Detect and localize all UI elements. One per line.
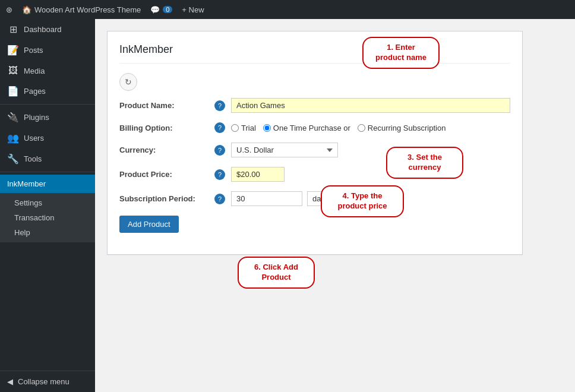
- sidebar-item-label: Media: [24, 67, 45, 75]
- inkmember-link-settings[interactable]: Settings: [0, 195, 95, 210]
- billing-onetime-option[interactable]: One Time Purchase or: [263, 124, 350, 132]
- sidebar-item-media[interactable]: 🖼 Media: [0, 61, 95, 81]
- product-name-control: [231, 98, 510, 113]
- comments-link[interactable]: 💬 0: [150, 5, 172, 14]
- sidebar-item-label: Posts: [24, 46, 43, 55]
- wp-logo-icon: ⊛: [6, 5, 12, 14]
- product-price-control: [231, 167, 510, 182]
- currency-help-icon[interactable]: ?: [214, 145, 225, 156]
- inkmember-link-transaction[interactable]: Transaction: [0, 210, 95, 225]
- new-label: + New: [182, 5, 204, 14]
- billing-recurring-radio[interactable]: [358, 124, 365, 132]
- add-product-label: Add Product: [128, 220, 170, 229]
- inkmember-section: InkMember Settings Transaction Help: [0, 175, 95, 242]
- media-icon: 🖼: [7, 65, 19, 76]
- card-title: InkMember: [119, 43, 510, 64]
- product-price-row: Product Price: ?: [119, 167, 510, 182]
- billing-recurring-option[interactable]: Recurring Subscription: [358, 124, 446, 132]
- settings-link-label: Settings: [14, 198, 42, 207]
- callout-6: 6. Click AddProduct: [238, 257, 315, 289]
- sidebar-separator-2: [0, 172, 95, 172]
- tools-icon: 🔧: [7, 153, 19, 165]
- inkmember-links: Settings Transaction Help: [0, 193, 95, 242]
- inkmember-link-help[interactable]: Help: [0, 225, 95, 240]
- subscription-period-input[interactable]: [231, 191, 302, 206]
- subscription-period-unit-select[interactable]: day(s) week(s) month(s) year(s): [307, 191, 390, 206]
- subscription-period-help-icon[interactable]: ?: [214, 194, 225, 204]
- collapse-menu-button[interactable]: ◀ Collapse menu: [0, 371, 95, 392]
- inkmember-card: InkMember ↻ Product Name: ? Billing Opti…: [107, 31, 523, 255]
- billing-onetime-radio[interactable]: [263, 124, 271, 132]
- currency-select[interactable]: U.S. Dollar Euro British Pound Canadian …: [231, 143, 338, 157]
- sidebar-item-label: Users: [24, 134, 44, 143]
- product-name-label: Product Name:: [119, 101, 208, 110]
- sidebar-item-dashboard[interactable]: ⊞ Dashboard: [0, 19, 95, 40]
- billing-recurring-label: Recurring Subscription: [368, 124, 446, 132]
- transaction-link-label: Transaction: [14, 213, 54, 222]
- posts-icon: 📝: [7, 45, 19, 56]
- billing-onetime-label: One Time Purchase or: [273, 124, 350, 132]
- add-product-row: Add Product: [119, 216, 510, 233]
- billing-trial-option[interactable]: Trial: [231, 124, 256, 132]
- billing-trial-radio[interactable]: [231, 124, 239, 132]
- billing-trial-label: Trial: [241, 124, 256, 132]
- product-price-input[interactable]: [231, 167, 285, 182]
- product-name-help-icon[interactable]: ?: [214, 100, 225, 111]
- sidebar-separator: [0, 104, 95, 105]
- new-content-button[interactable]: + New: [182, 5, 204, 14]
- plugins-icon: 🔌: [7, 112, 19, 123]
- content-area: InkMember ↻ Product Name: ? Billing Opti…: [95, 19, 575, 392]
- billing-option-row: Billing Option: ? Trial One Time Purchas…: [119, 122, 510, 133]
- sidebar-item-posts[interactable]: 📝 Posts: [0, 40, 95, 61]
- sidebar: ⊞ Dashboard 📝 Posts 🖼 Media 📄 Pages 🔌 Pl…: [0, 19, 95, 392]
- collapse-menu-label: Collapse menu: [18, 377, 69, 386]
- subscription-period-control: day(s) week(s) month(s) year(s): [231, 191, 510, 206]
- sidebar-item-tools[interactable]: 🔧 Tools: [0, 148, 95, 169]
- sidebar-item-users[interactable]: 👥 Users: [0, 128, 95, 148]
- billing-option-help-icon[interactable]: ?: [214, 122, 225, 133]
- back-button[interactable]: ↻: [119, 73, 137, 91]
- product-price-label: Product Price:: [119, 170, 208, 179]
- main-layout: ⊞ Dashboard 📝 Posts 🖼 Media 📄 Pages 🔌 Pl…: [0, 19, 575, 392]
- sidebar-item-label: Plugins: [24, 113, 49, 122]
- subscription-period-row: Subscription Period: ? day(s) week(s) mo…: [119, 191, 510, 206]
- site-name-label: Wooden Art WordPress Theme: [34, 5, 141, 14]
- currency-row: Currency: ? U.S. Dollar Euro British Pou…: [119, 143, 510, 157]
- pages-icon: 📄: [7, 86, 19, 97]
- subscription-period-label: Subscription Period:: [119, 194, 208, 203]
- add-product-button[interactable]: Add Product: [119, 216, 179, 233]
- callout-6-text: 6. Click AddProduct: [254, 263, 298, 282]
- sidebar-item-plugins[interactable]: 🔌 Plugins: [0, 107, 95, 128]
- wp-logo-button[interactable]: ⊛: [6, 5, 12, 14]
- sidebar-item-label: Pages: [24, 87, 46, 96]
- product-name-input[interactable]: [231, 98, 510, 113]
- billing-option-label: Billing Option:: [119, 124, 208, 132]
- sidebar-item-pages[interactable]: 📄 Pages: [0, 81, 95, 102]
- currency-control: U.S. Dollar Euro British Pound Canadian …: [231, 143, 510, 157]
- inkmember-header-label: InkMember: [7, 179, 46, 188]
- users-icon: 👥: [7, 132, 19, 144]
- comment-count: 0: [163, 6, 172, 13]
- dashboard-icon: ⊞: [7, 24, 19, 35]
- currency-label: Currency:: [119, 146, 208, 154]
- sidebar-item-label: Tools: [24, 154, 42, 163]
- sidebar-item-label: Dashboard: [24, 25, 62, 34]
- top-bar: ⊛ 🏠 Wooden Art WordPress Theme 💬 0 + New: [0, 0, 575, 19]
- inkmember-header[interactable]: InkMember: [0, 175, 95, 193]
- product-price-help-icon[interactable]: ?: [214, 169, 225, 180]
- site-name-link[interactable]: 🏠 Wooden Art WordPress Theme: [22, 5, 141, 14]
- billing-radio-group: Trial One Time Purchase or Recurring Sub…: [231, 124, 510, 132]
- comment-icon: 💬: [150, 5, 160, 14]
- collapse-icon: ◀: [7, 377, 13, 386]
- product-name-row: Product Name: ?: [119, 98, 510, 113]
- billing-option-control: Trial One Time Purchase or Recurring Sub…: [231, 124, 510, 132]
- home-icon: 🏠: [22, 5, 31, 14]
- help-link-label: Help: [14, 228, 30, 237]
